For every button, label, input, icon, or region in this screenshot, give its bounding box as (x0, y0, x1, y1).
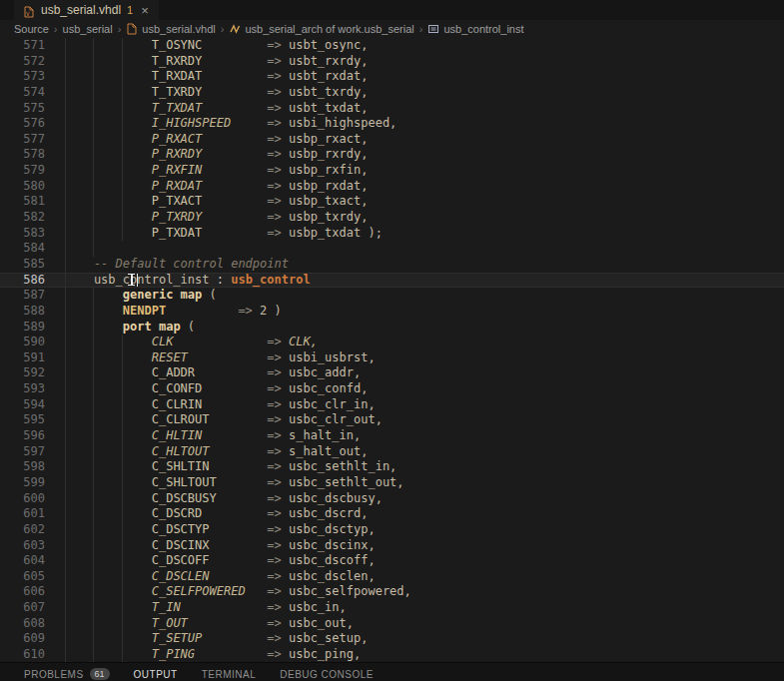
line-number[interactable]: 595 (0, 412, 45, 428)
line-number[interactable]: 581 (0, 194, 45, 210)
line-number[interactable]: 573 (0, 69, 45, 85)
code-line-content[interactable]: I_HIGHSPEED => usbi_highspeed, (65, 116, 784, 132)
line-number[interactable]: 584 (0, 241, 45, 257)
line-number[interactable]: 591 (0, 350, 45, 366)
line-number[interactable]: 604 (0, 553, 45, 569)
code-line-content[interactable]: P_TXACT => usbp_txact, (65, 194, 784, 210)
problems-count-badge: 61 (90, 668, 110, 680)
code-line-content[interactable]: T_PING => usbc_ping, (65, 647, 784, 663)
code-line-content[interactable]: T_RXDAT => usbt_rxdat, (65, 69, 784, 85)
code-token (173, 288, 180, 302)
code-line-content[interactable]: C_DSCOFF => usbc_dscoff, (65, 553, 784, 569)
panel-tab-output[interactable]: OUTPUT (134, 669, 178, 680)
line-number[interactable]: 586 (0, 273, 45, 289)
code-line-content[interactable]: NENDPT => 2 ) (65, 304, 784, 320)
line-number[interactable]: 575 (0, 101, 45, 117)
line-number[interactable]: 598 (0, 459, 45, 475)
code-line-content[interactable] (65, 241, 784, 257)
line-number[interactable]: 579 (0, 163, 45, 179)
code-line-content[interactable]: T_TXDAT => usbt_txdat, (65, 101, 784, 117)
line-number[interactable]: 606 (0, 584, 45, 600)
line-number[interactable]: 592 (0, 365, 45, 381)
breadcrumb-item-usb_serial_arch[interactable]: usb_serial_arch of work.usb_serial (229, 23, 413, 35)
code-line-content[interactable]: C_CLRIN => usbc_clr_in, (65, 397, 784, 413)
line-number[interactable]: 603 (0, 538, 45, 554)
indent-guide (65, 241, 66, 257)
line-number[interactable]: 587 (0, 288, 45, 304)
code-line-content[interactable]: T_SETUP => usbc_setup, (65, 631, 784, 647)
line-number[interactable]: 572 (0, 54, 45, 70)
line-number[interactable]: 580 (0, 179, 45, 195)
code-line-content[interactable]: P_TXDAT => usbp_txdat ); (65, 226, 784, 242)
line-number[interactable]: 605 (0, 569, 45, 585)
breadcrumb-item-usb_serial.vhdl[interactable]: usb_serial.vhdl (126, 23, 215, 35)
code-line-content[interactable]: C_DSCRD => usbc_dscrd, (65, 506, 784, 522)
line-number[interactable]: 607 (0, 600, 45, 616)
line-number[interactable]: 596 (0, 428, 45, 444)
line-number[interactable]: 577 (0, 132, 45, 148)
code-line-content[interactable]: T_OUT => usbc_out, (65, 616, 784, 632)
code-line-content[interactable]: C_CONFD => usbc_confd, (65, 381, 784, 397)
code-line-content[interactable]: P_RXACT => usbp_rxact, (65, 132, 784, 148)
code-line-content[interactable]: P_TXRDY => usbp_txrdy, (65, 210, 784, 226)
line-number[interactable]: 600 (0, 491, 45, 507)
code-token: usbc_sethlt_out, (282, 475, 404, 489)
close-icon[interactable]: × (141, 4, 149, 17)
indent-guide (93, 350, 94, 366)
code-line-content[interactable]: C_HLTOUT => s_halt_out, (65, 444, 784, 460)
code-editor[interactable]: 571 T_OSYNC => usbt_osync,572 T_RXRDY =>… (0, 38, 784, 663)
line-number[interactable]: 585 (0, 257, 45, 273)
panel-tab-debug-console[interactable]: DEBUG CONSOLE (280, 669, 374, 680)
breadcrumb-item-usb_serial[interactable]: usb_serial (63, 23, 113, 35)
line-number[interactable]: 593 (0, 381, 45, 397)
line-number[interactable]: 599 (0, 475, 45, 491)
line-number[interactable]: 583 (0, 226, 45, 242)
line-number[interactable]: 578 (0, 147, 45, 163)
tab-usb-serial-vhdl[interactable]: V usb_serial.vhdl 1 × (14, 0, 159, 20)
line-number[interactable]: 590 (0, 335, 45, 350)
code-line-content[interactable]: C_DSCBUSY => usbc_dscbusy, (65, 491, 784, 507)
line-number[interactable]: 601 (0, 506, 45, 522)
line-number[interactable]: 576 (0, 116, 45, 132)
line-number[interactable]: 597 (0, 444, 45, 460)
code-token: C_DSCRD (152, 506, 268, 520)
breadcrumb-item-source[interactable]: Source (14, 23, 49, 35)
code-line-content[interactable]: C_DSCTYP => usbc_dsctyp, (65, 522, 784, 538)
code-line-content[interactable]: C_HLTIN => s_halt_in, (65, 428, 784, 444)
code-line-content[interactable]: T_OSYNC => usbt_osync, (65, 38, 784, 54)
line-number[interactable]: 574 (0, 85, 45, 101)
line-number[interactable]: 588 (0, 304, 45, 320)
panel-tab-terminal[interactable]: TERMINAL (202, 669, 257, 680)
line-number[interactable]: 571 (0, 38, 45, 54)
code-line-content[interactable]: C_CLROUT => usbc_clr_out, (65, 412, 784, 428)
code-line-content[interactable]: T_TXRDY => usbt_txrdy, (65, 85, 784, 101)
line-number[interactable]: 609 (0, 631, 45, 647)
line-number[interactable]: 582 (0, 210, 45, 226)
code-line-content[interactable]: P_RXFIN => usbp_rxfin, (65, 163, 784, 179)
code-line-content[interactable]: C_DSCINX => usbc_dscinx, (65, 538, 784, 554)
code-line-content[interactable]: C_SHLTOUT => usbc_sethlt_out, (65, 475, 784, 491)
code-line-content[interactable]: P_RXDAT => usbp_rxdat, (65, 179, 784, 195)
line-number[interactable]: 589 (0, 320, 45, 336)
code-line-content[interactable]: C_SELFPOWERED => usbc_selfpowered, (65, 584, 784, 600)
code-line-content[interactable]: T_IN => usbc_in, (65, 600, 784, 616)
line-number[interactable]: 608 (0, 616, 45, 632)
code-token: : (210, 273, 232, 287)
code-line-content[interactable]: generic map ( (65, 288, 784, 304)
code-line-content[interactable]: RESET => usbi_usbrst, (65, 350, 784, 366)
code-line-content[interactable]: C_DSCLEN => usbc_dsclen, (65, 569, 784, 585)
code-line-content[interactable]: -- Default control endpoint (65, 257, 784, 273)
code-line-content[interactable]: C_SHLTIN => usbc_sethlt_in, (65, 459, 784, 475)
code-line-content[interactable]: C_ADDR => usbc_addr, (65, 365, 784, 381)
code-line-content[interactable]: usb_control_inst : usb_control (65, 273, 784, 289)
line-number[interactable]: 610 (0, 647, 45, 663)
line-number[interactable]: 602 (0, 522, 45, 538)
code-line: 575 T_TXDAT => usbt_txdat, (0, 101, 784, 117)
code-line-content[interactable]: T_RXRDY => usbt_rxrdy, (65, 54, 784, 70)
panel-tab-problems[interactable]: PROBLEMS61 (24, 668, 110, 680)
line-number[interactable]: 594 (0, 397, 45, 413)
code-line-content[interactable]: CLK => CLK, (65, 335, 784, 350)
breadcrumb-item-usb_control_inst[interactable]: usb_control_inst (427, 23, 523, 35)
code-line-content[interactable]: port map ( (65, 320, 784, 336)
code-line-content[interactable]: P_RXRDY => usbp_rxrdy, (65, 147, 784, 163)
